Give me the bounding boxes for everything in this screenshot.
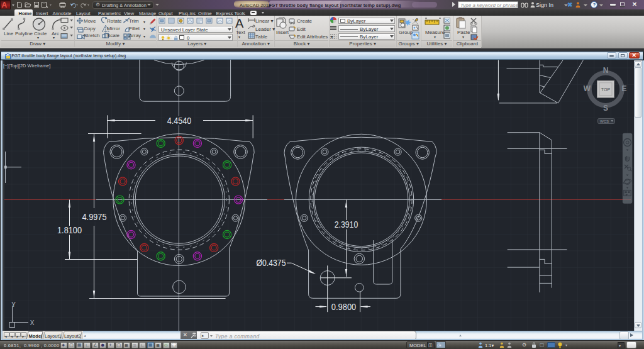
svg-text:4.9975: 4.9975 [82, 211, 107, 222]
svg-text:Y: Y [11, 301, 16, 308]
svg-text:W: W [584, 84, 591, 93]
svg-text:0.9800: 0.9800 [331, 301, 357, 312]
svg-text:1.8100: 1.8100 [57, 224, 82, 235]
svg-text:X: X [30, 319, 35, 326]
svg-text:S: S [603, 104, 608, 113]
svg-text:TOP: TOP [601, 87, 611, 92]
svg-text:N: N [603, 66, 609, 75]
svg-text:E: E [621, 84, 626, 93]
svg-text:WCS: WCS [600, 119, 609, 123]
svg-text:Ø0.4375: Ø0.4375 [257, 257, 286, 268]
svg-text:4.4540: 4.4540 [167, 115, 192, 126]
svg-text:2.3910: 2.3910 [335, 219, 358, 230]
